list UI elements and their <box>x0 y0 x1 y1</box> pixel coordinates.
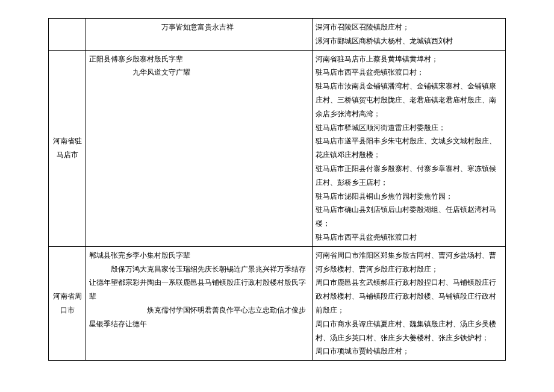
village-line: 深河市召陵区召陵镇殷庄村； <box>316 20 502 34</box>
genealogy-line: 九华风道文守广耀 <box>89 66 309 79</box>
genealogy-line: 焕克儒付学国怀明君善良作平心志立忠勤信才俊步星银季结存让德年 <box>89 303 309 331</box>
village-line: 驻马店市遂平县阳丰乡朱屯村殷庄、文城乡文城村殷庄、花庄镇邓庄村殷楼； <box>316 134 502 162</box>
village-line: 驻马店市正阳县付寨乡殷寨村、付寨乡章寨村、寒冻镇候庄村、彭桥乡王店村； <box>316 162 502 190</box>
village-line: 漯河市郾城区商桥镇大杨村、龙城镇西刘村 <box>316 34 502 48</box>
region-cell <box>49 19 86 51</box>
genealogy-text-cell: 正阳县傅寨乡殷寨村殷氏字辈九华风道文守广耀 <box>86 50 313 246</box>
village-line: 驻马店市泌阳县铜山乡焦竹园村委焦竹园； <box>316 190 502 204</box>
genealogy-line: 万事皆如意富贵永吉祥 <box>89 20 309 34</box>
genealogy-text-cell: 万事皆如意富贵永吉祥 <box>86 19 313 51</box>
genealogy-line: 郸城县张完乡李小集村殷氏字辈 <box>89 249 309 263</box>
table-row: 万事皆如意富贵永吉祥深河市召陵区召陵镇殷庄村；漯河市郾城区商桥镇大杨村、龙城镇西… <box>49 19 506 51</box>
village-line: 驻马店市驿城区顺河街道雷庄村委殷庄； <box>316 121 502 135</box>
genealogy-line: 殷保万鸿大克昌家传玉瑞绍先庆长朝锡连广景兆兴祥万季结存让德年望都宗彩井陶由一系联… <box>89 263 309 303</box>
region-cell: 河南省驻马店市 <box>49 50 86 246</box>
region-cell: 河南省周口市 <box>49 246 86 360</box>
genealogy-text-cell: 郸城县张完乡李小集村殷氏字辈殷保万鸿大克昌家传玉瑞绍先庆长朝锡连广景兆兴祥万季结… <box>86 246 313 360</box>
table-row: 河南省驻马店市正阳县傅寨乡殷寨村殷氏字辈九华风道文守广耀河南省驻马店市上蔡县黄埠… <box>49 50 506 246</box>
villages-cell: 河南省周口市淮阳区郑集乡殷古同村、曹河乡盐场村、曹河乡殷楼村、曹河乡殷庄行政村殷… <box>313 246 506 360</box>
genealogy-line: 正阳县傅寨乡殷寨村殷氏字辈 <box>89 52 309 66</box>
villages-cell: 河南省驻马店市上蔡县黄埠镇黄埠村；驻马店市西平县盆尧镇张渡口村；驻马店市汝南县金… <box>313 50 506 246</box>
village-line: 周口市商水县谭庄镇夏庄村、魏集镇殷庄村、汤庄乡吴楼村、汤庄乡英口村、张庄乡大姜楼… <box>316 317 502 345</box>
village-line: 周口市鹿邑县玄武镇郝庄行政村殷捏口村、马铺镇殷庄行政村殷楼村、马铺镇段庄行政村殷… <box>316 276 502 317</box>
village-line: 驻马店市确山县刘店镇后山村委殷湖组、任店镇赵湾村马楼； <box>316 203 502 231</box>
villages-cell: 深河市召陵区召陵镇殷庄村；漯河市郾城区商桥镇大杨村、龙城镇西刘村 <box>313 19 506 51</box>
genealogy-table: 万事皆如意富贵永吉祥深河市召陵区召陵镇殷庄村；漯河市郾城区商桥镇大杨村、龙城镇西… <box>48 18 506 361</box>
village-line: 周口市项城市贾岭镇殷庄村； <box>316 344 502 358</box>
village-line: 驻马店市汝南县金铺镇潘湾村、金铺镇宋寨村、金铺镇康庄村、三桥镇贺屯村殷陇庄、老君… <box>316 79 502 120</box>
village-line: 驻马店市西平县盆尧镇张渡口村； <box>316 66 502 79</box>
village-line: 河南省周口市淮阳区郑集乡殷古同村、曹河乡盐场村、曹河乡殷楼村、曹河乡殷庄行政村殷… <box>316 249 502 276</box>
village-line: 河南省驻马店市上蔡县黄埠镇黄埠村； <box>316 52 502 66</box>
table-row: 河南省周口市郸城县张完乡李小集村殷氏字辈殷保万鸿大克昌家传玉瑞绍先庆长朝锡连广景… <box>49 246 506 360</box>
village-line: 驻马店市西平县盆尧镇张渡口村 <box>316 231 502 244</box>
